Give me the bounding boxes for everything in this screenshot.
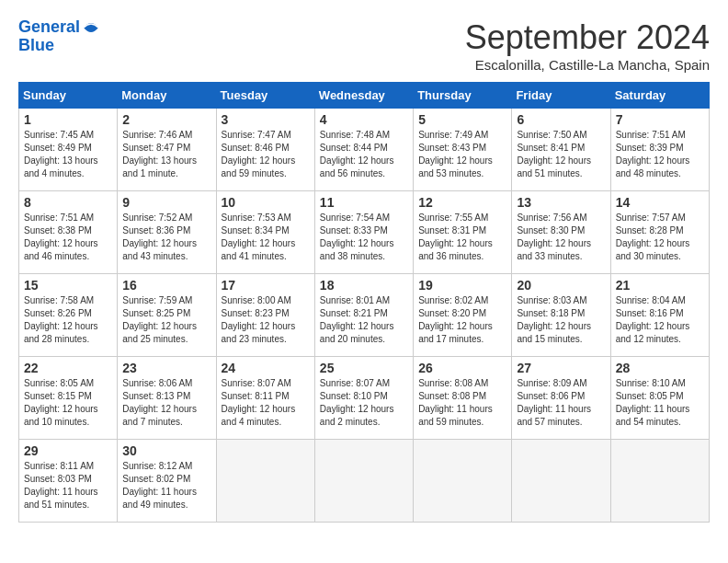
calendar-cell: 2 Sunrise: 7:46 AMSunset: 8:47 PMDayligh… [118, 109, 216, 191]
day-info: Sunrise: 8:05 AMSunset: 8:15 PMDaylight:… [24, 377, 112, 429]
day-number: 18 [320, 278, 408, 293]
day-info: Sunrise: 7:52 AMSunset: 8:36 PMDaylight:… [122, 212, 210, 263]
day-info: Sunrise: 7:56 AMSunset: 8:30 PMDaylight:… [517, 212, 605, 263]
day-number: 26 [418, 361, 506, 375]
day-number: 17 [222, 278, 310, 293]
calendar-cell: 14 Sunrise: 7:57 AMSunset: 8:28 PMDaylig… [610, 191, 709, 274]
day-number: 4 [320, 112, 408, 127]
day-number: 1 [24, 112, 112, 127]
calendar-cell: 10 Sunrise: 7:53 AMSunset: 8:34 PMDaylig… [216, 191, 314, 274]
day-info: Sunrise: 7:51 AMSunset: 8:38 PMDaylight:… [24, 212, 112, 263]
calendar-cell: 5 Sunrise: 7:49 AMSunset: 8:43 PMDayligh… [414, 109, 512, 191]
weekday-header-wednesday: Wednesday [314, 83, 413, 109]
day-number: 30 [122, 443, 210, 458]
day-number: 16 [122, 278, 210, 293]
logo: General Blue [18, 18, 100, 55]
day-number: 14 [616, 195, 704, 210]
calendar-cell: 3 Sunrise: 7:47 AMSunset: 8:46 PMDayligh… [216, 109, 314, 191]
calendar-cell: 29 Sunrise: 8:11 AMSunset: 8:03 PMDaylig… [19, 440, 118, 523]
day-info: Sunrise: 7:48 AMSunset: 8:44 PMDaylight:… [320, 129, 408, 180]
day-info: Sunrise: 7:47 AMSunset: 8:46 PMDaylight:… [222, 129, 310, 180]
month-title: September 2024 [465, 18, 710, 57]
day-info: Sunrise: 7:51 AMSunset: 8:39 PMDaylight:… [616, 129, 704, 180]
day-number: 22 [24, 361, 112, 375]
day-info: Sunrise: 7:55 AMSunset: 8:31 PMDaylight:… [418, 212, 506, 263]
day-number: 13 [517, 195, 605, 210]
calendar-cell: 1 Sunrise: 7:45 AMSunset: 8:49 PMDayligh… [19, 109, 118, 191]
calendar-cell: 4 Sunrise: 7:48 AMSunset: 8:44 PMDayligh… [314, 109, 413, 191]
day-number: 5 [418, 112, 506, 127]
day-number: 10 [222, 195, 310, 210]
day-info: Sunrise: 8:09 AMSunset: 8:06 PMDaylight:… [517, 377, 605, 429]
calendar-cell: 30 Sunrise: 8:12 AMSunset: 8:02 PMDaylig… [118, 440, 216, 523]
weekday-header-monday: Monday [118, 83, 216, 109]
day-info: Sunrise: 8:00 AMSunset: 8:23 PMDaylight:… [222, 294, 310, 346]
calendar-cell: 22 Sunrise: 8:05 AMSunset: 8:15 PMDaylig… [19, 357, 118, 440]
day-info: Sunrise: 8:02 AMSunset: 8:20 PMDaylight:… [418, 294, 506, 346]
day-number: 9 [122, 195, 210, 210]
day-number: 8 [24, 195, 112, 210]
day-number: 6 [517, 112, 605, 127]
calendar-cell: 25 Sunrise: 8:07 AMSunset: 8:10 PMDaylig… [314, 357, 413, 440]
day-info: Sunrise: 7:58 AMSunset: 8:26 PMDaylight:… [24, 294, 112, 346]
day-number: 11 [320, 195, 408, 210]
calendar-cell: 9 Sunrise: 7:52 AMSunset: 8:36 PMDayligh… [118, 191, 216, 274]
weekday-header-saturday: Saturday [610, 83, 709, 109]
calendar-cell: 17 Sunrise: 8:00 AMSunset: 8:23 PMDaylig… [216, 274, 314, 357]
day-info: Sunrise: 8:03 AMSunset: 8:18 PMDaylight:… [517, 294, 605, 346]
day-info: Sunrise: 8:07 AMSunset: 8:11 PMDaylight:… [222, 377, 310, 429]
day-info: Sunrise: 7:53 AMSunset: 8:34 PMDaylight:… [222, 212, 310, 263]
logo-text: General Blue [18, 18, 100, 55]
day-number: 23 [122, 361, 210, 375]
day-info: Sunrise: 8:01 AMSunset: 8:21 PMDaylight:… [320, 294, 408, 346]
weekday-header-friday: Friday [512, 83, 610, 109]
calendar-cell [414, 440, 512, 523]
day-info: Sunrise: 8:11 AMSunset: 8:03 PMDaylight:… [24, 460, 112, 511]
calendar-cell: 16 Sunrise: 7:59 AMSunset: 8:25 PMDaylig… [118, 274, 216, 357]
day-number: 15 [24, 278, 112, 293]
calendar-cell: 26 Sunrise: 8:08 AMSunset: 8:08 PMDaylig… [414, 357, 512, 440]
calendar-cell: 20 Sunrise: 8:03 AMSunset: 8:18 PMDaylig… [512, 274, 610, 357]
day-number: 24 [222, 361, 310, 375]
day-info: Sunrise: 8:12 AMSunset: 8:02 PMDaylight:… [122, 460, 210, 511]
day-info: Sunrise: 8:10 AMSunset: 8:05 PMDaylight:… [616, 377, 704, 429]
calendar-cell: 13 Sunrise: 7:56 AMSunset: 8:30 PMDaylig… [512, 191, 610, 274]
day-number: 28 [616, 361, 704, 375]
calendar-cell [512, 440, 610, 523]
calendar-cell: 15 Sunrise: 7:58 AMSunset: 8:26 PMDaylig… [19, 274, 118, 357]
calendar-cell: 6 Sunrise: 7:50 AMSunset: 8:41 PMDayligh… [512, 109, 610, 191]
day-number: 19 [418, 278, 506, 293]
calendar-cell: 21 Sunrise: 8:04 AMSunset: 8:16 PMDaylig… [610, 274, 709, 357]
day-info: Sunrise: 7:46 AMSunset: 8:47 PMDaylight:… [122, 129, 210, 180]
day-number: 21 [616, 278, 704, 293]
day-info: Sunrise: 8:07 AMSunset: 8:10 PMDaylight:… [320, 377, 408, 429]
calendar-cell [314, 440, 413, 523]
weekday-header-tuesday: Tuesday [216, 83, 314, 109]
weekday-header-sunday: Sunday [19, 83, 118, 109]
day-number: 12 [418, 195, 506, 210]
calendar-cell: 8 Sunrise: 7:51 AMSunset: 8:38 PMDayligh… [19, 191, 118, 274]
day-number: 2 [122, 112, 210, 127]
day-info: Sunrise: 8:08 AMSunset: 8:08 PMDaylight:… [418, 377, 506, 429]
day-info: Sunrise: 7:49 AMSunset: 8:43 PMDaylight:… [418, 129, 506, 180]
calendar-cell: 12 Sunrise: 7:55 AMSunset: 8:31 PMDaylig… [414, 191, 512, 274]
day-info: Sunrise: 8:04 AMSunset: 8:16 PMDaylight:… [616, 294, 704, 346]
calendar-cell: 24 Sunrise: 8:07 AMSunset: 8:11 PMDaylig… [216, 357, 314, 440]
location-subtitle: Escalonilla, Castille-La Mancha, Spain [465, 57, 710, 73]
calendar-cell: 23 Sunrise: 8:06 AMSunset: 8:13 PMDaylig… [118, 357, 216, 440]
day-number: 27 [517, 361, 605, 375]
day-number: 29 [24, 443, 112, 458]
calendar-cell: 11 Sunrise: 7:54 AMSunset: 8:33 PMDaylig… [314, 191, 413, 274]
calendar-cell: 7 Sunrise: 7:51 AMSunset: 8:39 PMDayligh… [610, 109, 709, 191]
title-area: September 2024 Escalonilla, Castille-La … [465, 18, 710, 73]
day-number: 20 [517, 278, 605, 293]
calendar-cell [216, 440, 314, 523]
day-number: 3 [222, 112, 310, 127]
day-number: 25 [320, 361, 408, 375]
day-info: Sunrise: 8:06 AMSunset: 8:13 PMDaylight:… [122, 377, 210, 429]
calendar-cell: 28 Sunrise: 8:10 AMSunset: 8:05 PMDaylig… [610, 357, 709, 440]
day-info: Sunrise: 7:59 AMSunset: 8:25 PMDaylight:… [122, 294, 210, 346]
weekday-header-thursday: Thursday [414, 83, 512, 109]
day-info: Sunrise: 7:54 AMSunset: 8:33 PMDaylight:… [320, 212, 408, 263]
day-info: Sunrise: 7:50 AMSunset: 8:41 PMDaylight:… [517, 129, 605, 180]
